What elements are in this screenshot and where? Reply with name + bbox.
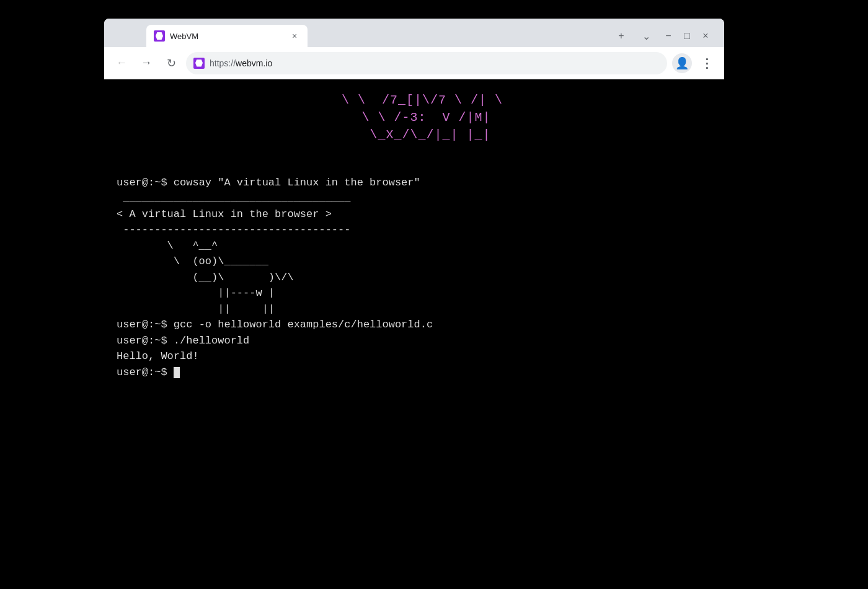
tab-title: WebVM xyxy=(170,32,284,41)
new-tab-button[interactable]: + xyxy=(613,27,630,45)
tab-actions: + xyxy=(608,27,635,47)
browser-window: WebVM × + ⌄ − □ × ← → ↻ https://webvm.io xyxy=(104,19,724,558)
more-options-button[interactable]: ⋮ xyxy=(697,53,717,73)
address-bar[interactable]: https://webvm.io xyxy=(186,52,667,74)
cowsay-body-1: \ ^__^ xyxy=(117,240,218,252)
address-domain: webvm.io xyxy=(236,58,272,68)
tab-close-button[interactable]: × xyxy=(289,30,300,42)
webvm-logo: \ \ /7_[|\/7 \ /| \ \ \ /-3: V /|M| \_X_… xyxy=(117,92,724,144)
window-controls: − □ × xyxy=(655,27,719,47)
active-tab[interactable]: WebVM × xyxy=(146,25,308,47)
cowsay-body-4: ||----w | xyxy=(117,287,275,299)
address-favicon-icon xyxy=(193,58,205,69)
tab-favicon-icon xyxy=(154,30,165,42)
close-window-button[interactable]: × xyxy=(697,27,714,45)
cowsay-divider-bottom: ------------------------------------ xyxy=(117,224,350,236)
cowsay-body-2: \ (oo)\_______ xyxy=(117,255,268,267)
nav-bar: ← → ↻ https://webvm.io 👤 ⋮ xyxy=(104,47,724,79)
command-1: cowsay "A virtual Linux in the browser" xyxy=(174,177,420,188)
prompt-1: user@:~$ xyxy=(117,177,174,188)
profile-icon: 👤 xyxy=(675,56,689,70)
terminal-output: user@:~$ cowsay "A virtual Linux in the … xyxy=(117,159,724,396)
prompt-2: user@:~$ xyxy=(117,319,174,330)
address-text: https://webvm.io xyxy=(210,58,660,68)
prompt-4: user@:~$ xyxy=(117,366,174,378)
forward-button[interactable]: → xyxy=(136,53,156,73)
address-https: https:// xyxy=(210,58,236,68)
terminal-cursor xyxy=(174,367,180,378)
prompt-3: user@:~$ xyxy=(117,335,174,347)
back-button[interactable]: ← xyxy=(112,53,131,73)
command-2: gcc -o helloworld examples/c/helloworld.… xyxy=(174,319,433,330)
maximize-button[interactable]: □ xyxy=(678,27,696,45)
profile-button[interactable]: 👤 xyxy=(672,53,692,73)
tab-bar: WebVM × + ⌄ − □ × xyxy=(104,19,724,47)
minimize-button[interactable]: − xyxy=(660,27,677,45)
command-3: ./helloworld xyxy=(174,335,249,347)
tab-dropdown-button[interactable]: ⌄ xyxy=(637,27,655,45)
terminal-area: \ \ /7_[|\/7 \ /| \ \ \ /-3: V /|M| \_X_… xyxy=(104,79,724,558)
reload-button[interactable]: ↻ xyxy=(161,53,181,73)
cowsay-body-3: (__)\ )\/\ xyxy=(117,272,294,283)
cowsay-speech: < A virtual Linux in the browser > xyxy=(117,208,332,220)
cowsay-body-5: || || xyxy=(117,303,275,315)
cowsay-divider-top: ____________________________________ xyxy=(117,192,350,204)
hello-world-output: Hello, World! xyxy=(117,350,199,362)
